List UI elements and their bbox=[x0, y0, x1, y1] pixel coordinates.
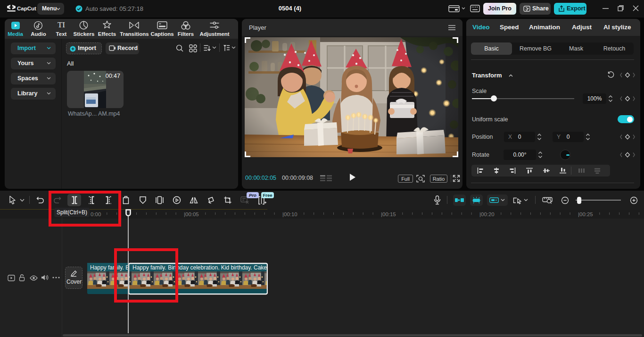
svg-text:|00:10: |00:10 bbox=[282, 211, 297, 217]
svg-text:|00:15: |00:15 bbox=[381, 211, 396, 217]
svg-text:|00:20: |00:20 bbox=[479, 211, 495, 217]
svg-text:|00:25: |00:25 bbox=[578, 211, 593, 217]
svg-text:|00:05: |00:05 bbox=[184, 211, 199, 217]
